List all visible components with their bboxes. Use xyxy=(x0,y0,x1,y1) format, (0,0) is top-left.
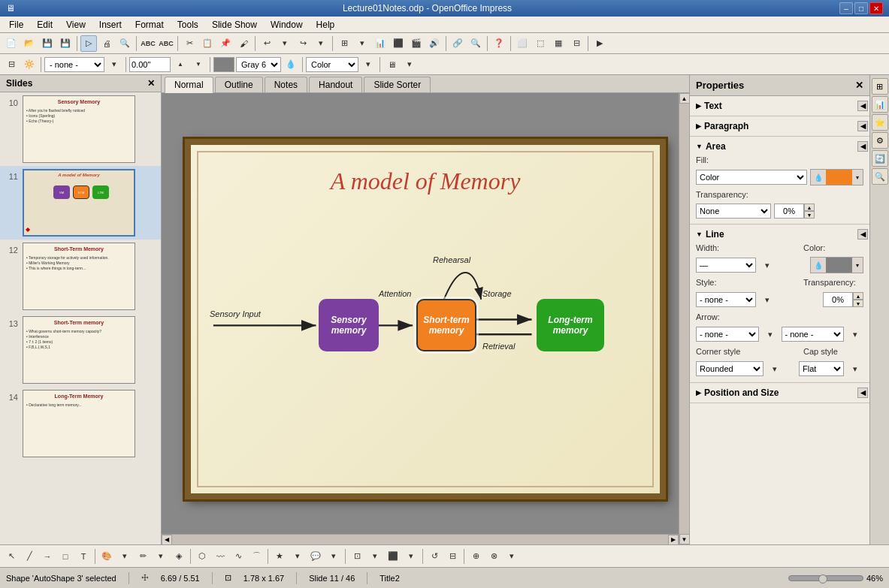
draw-line-color-btn[interactable]: ✏ xyxy=(135,548,151,565)
right-icon-6[interactable]: 🔍 xyxy=(872,168,888,185)
slide-thumb-13[interactable]: 13 Short-Term memory • What governs shor… xyxy=(0,313,161,387)
prop-area-expand-btn[interactable]: ◀ xyxy=(857,141,868,152)
slide-thumb-14[interactable]: 14 Long-Term Memory • Declarative long t… xyxy=(0,387,161,460)
draw-shadow-btn[interactable]: ◈ xyxy=(171,548,187,565)
dropper-btn[interactable]: 💧 xyxy=(283,56,299,73)
prop-line-color-dropdown-icon[interactable]: ▾ xyxy=(852,258,863,273)
tab-normal[interactable]: Normal xyxy=(165,77,213,93)
prop-fill-dropper-icon[interactable]: 💧 xyxy=(811,170,826,185)
minimize-button[interactable]: – xyxy=(839,2,853,14)
tab-notes[interactable]: Notes xyxy=(265,77,307,92)
zoom-slider-thumb[interactable] xyxy=(818,574,827,583)
draw-text-btn[interactable]: T xyxy=(75,548,92,565)
view4-btn[interactable]: ⊟ xyxy=(568,35,585,52)
draw-fill-drop-btn[interactable]: ▾ xyxy=(116,548,133,565)
redo-btn[interactable]: ↪ xyxy=(295,35,311,52)
insert-chart-btn[interactable]: 📊 xyxy=(372,35,389,52)
select-btn[interactable]: ▷ xyxy=(80,35,97,52)
prop-transparency-input[interactable] xyxy=(774,204,804,219)
properties-close-icon[interactable]: ✕ xyxy=(855,80,863,91)
open-btn[interactable]: 📂 xyxy=(21,35,38,52)
slides-list[interactable]: 10 Sensory Memory • After you're flashed… xyxy=(0,92,161,544)
color-drop-btn[interactable]: ▾ xyxy=(360,56,376,73)
copy-btn[interactable]: 📋 xyxy=(199,35,216,52)
slides-close-icon[interactable]: ✕ xyxy=(147,78,155,89)
save2-btn[interactable]: 💾 xyxy=(57,35,74,52)
slide-thumb-11[interactable]: 11 A model of Memory SM STM LTM xyxy=(0,166,161,240)
print-btn[interactable]: 🖨 xyxy=(98,35,115,52)
rotation-dn-btn[interactable]: ▼ xyxy=(190,56,207,73)
prop-paragraph-header[interactable]: ▶ Paragraph ◀ xyxy=(696,119,863,133)
draw-3d-btn[interactable]: ⬛ xyxy=(385,548,401,565)
prop-fill-color-swatch[interactable] xyxy=(826,170,852,185)
help-btn[interactable]: ❓ xyxy=(491,35,507,52)
right-icon-4[interactable]: ⚙ xyxy=(872,132,888,149)
slide-preview-11[interactable]: A model of Memory SM STM LTM xyxy=(23,169,135,237)
draw-freeform-btn[interactable]: 〰 xyxy=(212,548,228,565)
monitor-btn[interactable]: 🖥 xyxy=(383,56,400,73)
right-icon-5[interactable]: 🔄 xyxy=(872,150,888,167)
menu-insert[interactable]: Insert xyxy=(93,18,128,32)
insert-movie-btn[interactable]: 🎬 xyxy=(408,35,425,52)
slide-canvas-area[interactable]: ▲ ▼ A model of Memory xyxy=(162,93,689,544)
prop-line-header[interactable]: ▼ Line ◀ xyxy=(696,228,863,241)
prop-position-expand-btn[interactable]: ◀ xyxy=(857,387,868,398)
draw-rotate-btn[interactable]: ↺ xyxy=(426,548,443,565)
slide-preview-12[interactable]: Short-Term Memory • Temporary storage fo… xyxy=(23,243,135,310)
draw-polygon-btn[interactable]: ⬡ xyxy=(194,548,210,565)
shortterm-memory-box[interactable]: Short-term memory xyxy=(416,299,476,351)
horizontal-scrollbar[interactable]: ◀ ▶ xyxy=(162,534,679,544)
menu-help[interactable]: Help xyxy=(310,18,341,32)
fill-color-swatch[interactable] xyxy=(213,57,234,72)
mode-btn[interactable]: ⊟ xyxy=(3,56,20,73)
draw-star-btn[interactable]: ★ xyxy=(271,548,288,565)
draw-align-btn[interactable]: ⊟ xyxy=(444,548,461,565)
prop-line-width-select[interactable]: — xyxy=(696,258,756,273)
prop-line-style-drop-btn[interactable]: ▾ xyxy=(759,291,776,308)
prop-line-expand-btn[interactable]: ◀ xyxy=(857,229,868,240)
slide-preview-10[interactable]: Sensory Memory • After you're flashed br… xyxy=(23,95,135,163)
draw-select-btn[interactable]: ↖ xyxy=(3,548,20,565)
prop-fill-color-dropdown-icon[interactable]: ▾ xyxy=(852,170,863,185)
draw-extra-btn[interactable]: ⊗ xyxy=(485,548,502,565)
undo-btn[interactable]: ↩ xyxy=(259,35,275,52)
table-drop-btn[interactable]: ▾ xyxy=(354,35,370,52)
color-mode-select[interactable]: Color xyxy=(306,57,358,72)
prop-line-transparency-input[interactable] xyxy=(823,292,853,307)
draw-line-color-drop-btn[interactable]: ▾ xyxy=(153,548,169,565)
rotation-input[interactable] xyxy=(129,57,171,72)
prop-transparency-dn-btn[interactable]: ▼ xyxy=(804,211,815,219)
prop-arrow-end-drop-btn[interactable]: ▾ xyxy=(847,326,863,342)
view2-btn[interactable]: ⬚ xyxy=(532,35,549,52)
tab-handout[interactable]: Handout xyxy=(309,77,362,92)
prop-transparency-type-select[interactable]: None xyxy=(696,204,771,219)
slide-preview-14[interactable]: Long-Term Memory • Declarative long term… xyxy=(23,390,135,457)
prop-text-header[interactable]: ▶ Text ◀ xyxy=(696,99,863,113)
menu-window[interactable]: Window xyxy=(265,18,309,32)
extra-btn[interactable]: ▾ xyxy=(401,56,418,73)
format-paint-btn[interactable]: 🖌 xyxy=(235,35,252,52)
scroll-left-btn[interactable]: ◀ xyxy=(162,535,172,545)
prop-line-transparency-dn-btn[interactable]: ▼ xyxy=(853,300,863,307)
prop-line-dropper-icon[interactable]: 💧 xyxy=(811,258,826,273)
draw-callout-btn[interactable]: 💬 xyxy=(307,548,324,565)
undo-drop-btn[interactable]: ▾ xyxy=(277,35,293,52)
cut-btn[interactable]: ✂ xyxy=(181,35,198,52)
slide-thumb-10[interactable]: 10 Sensory Memory • After you're flashed… xyxy=(0,92,161,166)
prop-area-header[interactable]: ▼ Area ◀ xyxy=(696,140,863,153)
prop-line-width-drop-btn[interactable]: ▾ xyxy=(759,257,776,273)
scroll-down-btn[interactable]: ▼ xyxy=(679,534,690,544)
right-icon-3[interactable]: ⭐ xyxy=(872,114,888,131)
draw-arrow-btn[interactable]: → xyxy=(39,548,56,565)
draw-flowchart-drop-btn[interactable]: ▾ xyxy=(367,548,383,565)
view3-btn[interactable]: ▦ xyxy=(550,35,567,52)
prop-corner-select[interactable]: Rounded xyxy=(696,361,764,376)
draw-3d-drop-btn[interactable]: ▾ xyxy=(403,548,419,565)
prop-line-style-select[interactable]: - none - xyxy=(696,292,756,307)
prop-arrow-start-drop-btn[interactable]: ▾ xyxy=(762,326,779,342)
prop-arrow-start-select[interactable]: - none - xyxy=(696,327,759,342)
paste-btn[interactable]: 📌 xyxy=(217,35,234,52)
draw-curve-btn[interactable]: ∿ xyxy=(230,548,246,565)
menu-slideshow[interactable]: Slide Show xyxy=(206,18,263,32)
new-btn[interactable]: 📄 xyxy=(3,35,20,52)
